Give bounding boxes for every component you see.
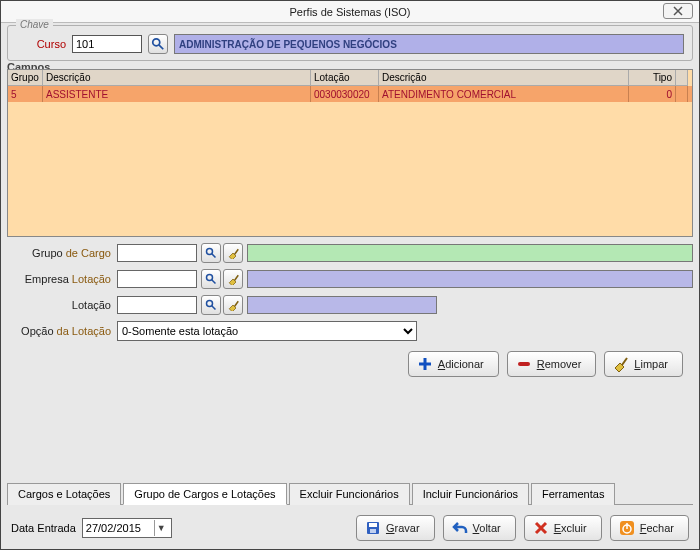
gravar-button[interactable]: Gravar xyxy=(356,515,435,541)
limpar-button[interactable]: Limpar xyxy=(604,351,683,377)
undo-icon xyxy=(452,520,468,536)
chevron-down-icon: ▼ xyxy=(154,520,168,536)
grupo-cargo-lookup-button[interactable] xyxy=(201,243,221,263)
footer: Data Entrada 27/02/2015 ▼ Gravar Voltar … xyxy=(1,505,699,549)
svg-point-0 xyxy=(153,39,160,46)
empresa-lotacao-label: Empresa Lotação xyxy=(7,273,117,285)
col-header-desc2[interactable]: Descrição xyxy=(379,70,629,86)
svg-rect-14 xyxy=(369,523,377,527)
titlebar: Perfis de Sistemas (ISO) xyxy=(1,1,699,23)
delete-icon xyxy=(533,520,549,536)
tab-strip: Cargos e Lotações Grupo de Cargos e Lota… xyxy=(7,482,693,505)
remover-button[interactable]: Remover xyxy=(507,351,597,377)
cell-desc2: ATENDIMENTO COMERCIAL xyxy=(379,86,629,102)
data-entrada-row: Data Entrada 27/02/2015 ▼ xyxy=(11,518,172,538)
data-entrada-label: Data Entrada xyxy=(11,522,76,534)
svg-line-4 xyxy=(235,249,239,254)
tab-cargos-lotacoes[interactable]: Cargos e Lotações xyxy=(7,483,121,505)
excluir-button[interactable]: Excluir xyxy=(524,515,602,541)
curso-description: ADMINISTRAÇÃO DE PEQUENOS NEGÓCIOS xyxy=(174,34,684,54)
data-entrada-value: 27/02/2015 xyxy=(86,522,141,534)
window-title: Perfis de Sistemas (ISO) xyxy=(289,6,410,18)
brush-icon xyxy=(227,273,239,285)
svg-line-6 xyxy=(212,280,216,284)
tab-excluir-funcionarios[interactable]: Excluir Funcionários xyxy=(289,483,410,505)
search-icon xyxy=(151,37,165,51)
curso-label: Curso xyxy=(16,38,66,50)
empresa-lotacao-input[interactable] xyxy=(117,270,197,288)
svg-line-9 xyxy=(212,306,216,310)
svg-rect-11 xyxy=(518,362,530,366)
cell-end xyxy=(676,86,688,102)
lotacao-label: Lotação xyxy=(7,299,117,311)
lotacao-lookup-button[interactable] xyxy=(201,295,221,315)
brush-icon xyxy=(227,299,239,311)
svg-point-2 xyxy=(207,249,213,255)
svg-line-3 xyxy=(212,254,216,258)
row-lotacao: Lotação xyxy=(7,295,693,315)
svg-line-10 xyxy=(235,301,239,306)
brush-icon xyxy=(613,356,629,372)
col-header-desc1[interactable]: Descrição xyxy=(43,70,311,86)
tab-ferramentas[interactable]: Ferramentas xyxy=(531,483,615,505)
svg-line-1 xyxy=(159,45,163,49)
empresa-lotacao-clear-button[interactable] xyxy=(223,269,243,289)
empresa-lotacao-lookup-button[interactable] xyxy=(201,269,221,289)
grupo-cargo-input[interactable] xyxy=(117,244,197,262)
close-icon xyxy=(673,6,683,16)
voltar-button[interactable]: Voltar xyxy=(443,515,516,541)
save-icon xyxy=(365,520,381,536)
minus-icon xyxy=(516,356,532,372)
svg-point-5 xyxy=(207,275,213,281)
svg-line-12 xyxy=(622,358,627,365)
fechar-button[interactable]: Fechar xyxy=(610,515,689,541)
tab-grupo-cargos-lotacoes[interactable]: Grupo de Cargos e Lotações xyxy=(123,483,286,505)
row-empresa-lotacao: Empresa Lotação xyxy=(7,269,693,289)
tab-incluir-funcionarios[interactable]: Incluir Funcionários xyxy=(412,483,529,505)
window: Perfis de Sistemas (ISO) Chave Curso ADM… xyxy=(0,0,700,550)
window-close-button[interactable] xyxy=(663,3,693,19)
search-icon xyxy=(205,247,217,259)
col-header-tipo[interactable]: Tipo xyxy=(629,70,676,86)
cell-lotacao: 0030030020 xyxy=(311,86,379,102)
col-header-lotacao[interactable]: Lotação xyxy=(311,70,379,86)
svg-line-7 xyxy=(235,275,239,280)
col-header-grupo[interactable]: Grupo xyxy=(8,70,43,86)
search-icon xyxy=(205,273,217,285)
data-entrada-input[interactable]: 27/02/2015 ▼ xyxy=(82,518,172,538)
opcao-lotacao-select[interactable]: 0-Somente esta lotação xyxy=(117,321,417,341)
form-area: Grupo de Cargo Empresa Lotação xyxy=(1,237,699,383)
action-buttons: Adicionar Remover Limpar xyxy=(7,347,693,377)
search-icon xyxy=(205,299,217,311)
adicionar-button[interactable]: Adicionar xyxy=(408,351,499,377)
svg-rect-15 xyxy=(370,529,376,533)
grid-header: Grupo Descrição Lotação Descrição Tipo xyxy=(8,70,692,86)
cell-desc1: ASSISTENTE xyxy=(43,86,311,102)
row-grupo-cargo: Grupo de Cargo xyxy=(7,243,693,263)
brush-icon xyxy=(227,247,239,259)
cell-grupo: 5 xyxy=(8,86,43,102)
lotacao-clear-button[interactable] xyxy=(223,295,243,315)
grid-body: 5 ASSISTENTE 0030030020 ATENDIMENTO COME… xyxy=(8,86,692,236)
lotacao-display xyxy=(247,296,437,314)
grupo-cargo-clear-button[interactable] xyxy=(223,243,243,263)
svg-point-8 xyxy=(207,301,213,307)
curso-lookup-button[interactable] xyxy=(148,34,168,54)
row-opcao-lotacao: Opção da Lotação 0-Somente esta lotação xyxy=(7,321,693,341)
chave-legend: Chave xyxy=(16,19,53,30)
curso-input[interactable] xyxy=(72,35,142,53)
grupo-cargo-display xyxy=(247,244,693,262)
opcao-lotacao-label: Opção da Lotação xyxy=(7,325,117,337)
power-icon xyxy=(619,520,635,536)
lotacao-input[interactable] xyxy=(117,296,197,314)
grupo-cargo-label: Grupo de Cargo xyxy=(7,247,117,259)
plus-icon xyxy=(417,356,433,372)
grid-row[interactable]: 5 ASSISTENTE 0030030020 ATENDIMENTO COME… xyxy=(8,86,692,102)
grid: Grupo Descrição Lotação Descrição Tipo 5… xyxy=(7,69,693,237)
cell-tipo: 0 xyxy=(629,86,676,102)
chave-fieldset: Chave Curso ADMINISTRAÇÃO DE PEQUENOS NE… xyxy=(7,25,693,61)
col-header-end xyxy=(676,70,688,86)
empresa-lotacao-display xyxy=(247,270,693,288)
